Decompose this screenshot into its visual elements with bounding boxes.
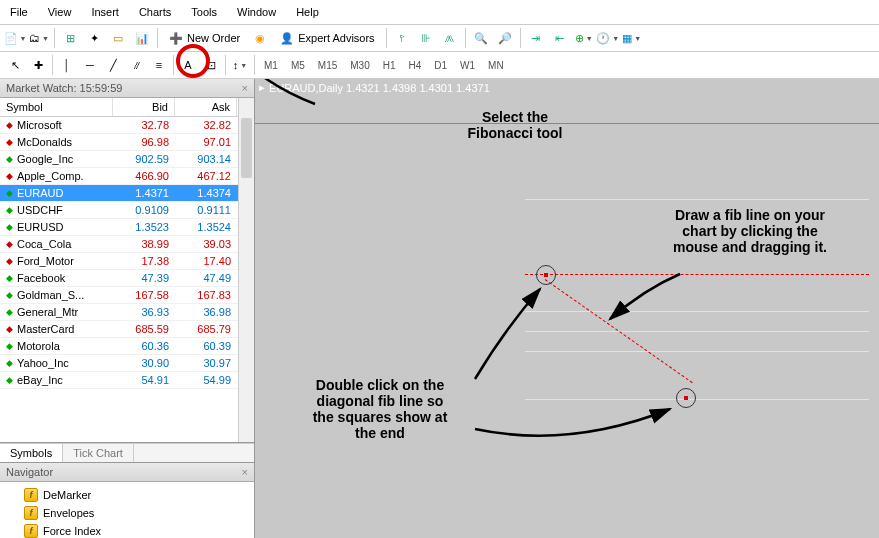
market-watch-row[interactable]: ◆Apple_Comp.466.90467.12 [0, 168, 254, 185]
separator [52, 55, 53, 75]
terminal-toggle[interactable]: ▭ [107, 27, 129, 49]
channel-button[interactable]: ⫽ [125, 54, 147, 76]
line-chart-button[interactable]: ⩕ [439, 27, 461, 49]
separator [254, 55, 255, 75]
timeframe-w1[interactable]: W1 [454, 57, 481, 74]
market-watch-row[interactable]: ◆Microsoft32.7832.82 [0, 117, 254, 134]
profiles-button[interactable]: 🗂▼ [28, 27, 50, 49]
annotation-draw-line: Draw a fib line on your chart by clickin… [635, 207, 865, 255]
timeframe-m15[interactable]: M15 [312, 57, 343, 74]
text-label-button[interactable]: ⊡ [200, 54, 222, 76]
market-watch-row[interactable]: ◆MasterCard685.59685.79 [0, 321, 254, 338]
market-watch-row[interactable]: ◆EURAUD1.43711.4374 [0, 185, 254, 202]
col-ask[interactable]: Ask [175, 98, 237, 116]
indicators-button[interactable]: ⊕▼ [573, 27, 595, 49]
timeframe-h4[interactable]: H4 [403, 57, 428, 74]
market-watch-row[interactable]: ◆Goldman_S...167.58167.83 [0, 287, 254, 304]
cursor-icon: ↖ [11, 59, 20, 72]
menu-view[interactable]: View [38, 2, 82, 22]
ea-icon: 👤 [280, 32, 294, 45]
fib-level-line[interactable] [525, 199, 869, 200]
bar-chart-button[interactable]: ⫯ [391, 27, 413, 49]
symbol-name: Coca_Cola [17, 238, 71, 250]
navigator-close[interactable]: × [242, 466, 248, 478]
arrow-up-icon: ◆ [6, 205, 13, 215]
arrow-up-icon: ◆ [6, 290, 13, 300]
timeframe-m5[interactable]: M5 [285, 57, 311, 74]
market-watch-row[interactable]: ◆EURUSD1.35231.3524 [0, 219, 254, 236]
market-watch-scrollbar[interactable] [238, 98, 254, 442]
text-button[interactable]: A [177, 54, 199, 76]
fib-level-line[interactable] [525, 274, 869, 275]
periods-button[interactable]: 🕐▼ [597, 27, 619, 49]
fibonacci-button[interactable]: ≡ [148, 54, 170, 76]
ask-price: 1.3524 [175, 219, 237, 235]
market-watch-row[interactable]: ◆Motorola60.3660.39 [0, 338, 254, 355]
market-watch-row[interactable]: ◆Facebook47.3947.49 [0, 270, 254, 287]
arrow-down-icon: ◆ [6, 324, 13, 334]
market-watch-title: Market Watch: 15:59:59 [6, 82, 122, 94]
timeframe-m1[interactable]: M1 [258, 57, 284, 74]
timeframe-mn[interactable]: MN [482, 57, 510, 74]
col-bid[interactable]: Bid [113, 98, 175, 116]
market-watch-row[interactable]: ◆Google_Inc902.59903.14 [0, 151, 254, 168]
bid-price: 36.93 [113, 304, 175, 320]
market-watch-row[interactable]: ◆Coca_Cola38.9939.03 [0, 236, 254, 253]
vertical-line-button[interactable]: │ [56, 54, 78, 76]
cursor-button[interactable]: ↖ [4, 54, 26, 76]
ask-price: 36.98 [175, 304, 237, 320]
market-watch-row[interactable]: ◆eBay_Inc54.9154.99 [0, 372, 254, 389]
terminal-icon: ▭ [113, 32, 123, 45]
chart-area[interactable]: ▸ EURAUD,Daily 1.4321 1.4398 1.4301 1.43… [255, 79, 879, 538]
market-watch-row[interactable]: ◆USDCHF0.91090.9111 [0, 202, 254, 219]
nav-item-envelopes[interactable]: fEnvelopes [24, 504, 254, 522]
ask-price: 54.99 [175, 372, 237, 388]
symbol-name: Microsoft [17, 119, 62, 131]
market-watch-close[interactable]: × [242, 82, 248, 94]
menu-help[interactable]: Help [286, 2, 329, 22]
trendline-button[interactable]: ╱ [102, 54, 124, 76]
arrow-up-icon: ◆ [6, 188, 13, 198]
zoom-out-button[interactable]: 🔎 [494, 27, 516, 49]
fib-level-line[interactable] [525, 311, 869, 312]
fib-level-line[interactable] [525, 331, 869, 332]
timeframe-m30[interactable]: M30 [344, 57, 375, 74]
arrows-button[interactable]: ↕▼ [229, 54, 251, 76]
templates-button[interactable]: ▦▼ [621, 27, 643, 49]
bid-price: 167.58 [113, 287, 175, 303]
menu-insert[interactable]: Insert [81, 2, 129, 22]
tab-tick-chart[interactable]: Tick Chart [63, 444, 134, 462]
market-watch-row[interactable]: ◆Yahoo_Inc30.9030.97 [0, 355, 254, 372]
navigator-toggle[interactable]: ✦ [83, 27, 105, 49]
market-watch-row[interactable]: ◆McDonalds96.9897.01 [0, 134, 254, 151]
tab-symbols[interactable]: Symbols [0, 444, 63, 462]
market-watch-toggle[interactable]: ⊞ [59, 27, 81, 49]
tester-toggle[interactable]: 📊 [131, 27, 153, 49]
arrow-down-icon: ◆ [6, 239, 13, 249]
new-chart-button[interactable]: 📄▼ [4, 27, 26, 49]
menu-charts[interactable]: Charts [129, 2, 181, 22]
nav-item-force-index[interactable]: fForce Index [24, 522, 254, 538]
metaquotes-button[interactable]: ◉ [249, 27, 271, 49]
timeframe-h1[interactable]: H1 [377, 57, 402, 74]
autoscroll-button[interactable]: ⇥ [525, 27, 547, 49]
menu-tools[interactable]: Tools [181, 2, 227, 22]
fib-level-line[interactable] [525, 351, 869, 352]
timeframe-d1[interactable]: D1 [428, 57, 453, 74]
ask-price: 167.83 [175, 287, 237, 303]
col-symbol[interactable]: Symbol [0, 98, 113, 116]
market-watch-row[interactable]: ◆General_Mtr36.9336.98 [0, 304, 254, 321]
zoom-in-button[interactable]: 🔍 [470, 27, 492, 49]
horizontal-line-button[interactable]: ─ [79, 54, 101, 76]
zoom-in-icon: 🔍 [474, 32, 488, 45]
chart-shift-button[interactable]: ⇤ [549, 27, 571, 49]
crosshair-button[interactable]: ✚ [27, 54, 49, 76]
menu-file[interactable]: File [0, 2, 38, 22]
nav-item-demarker[interactable]: fDeMarker [24, 486, 254, 504]
market-watch-row[interactable]: ◆Ford_Motor17.3817.40 [0, 253, 254, 270]
arrow-to-start-handle [465, 279, 555, 389]
expert-advisors-button[interactable]: 👤Expert Advisors [273, 27, 381, 49]
candle-chart-button[interactable]: ⊪ [415, 27, 437, 49]
menu-window[interactable]: Window [227, 2, 286, 22]
new-order-button[interactable]: ➕New Order [162, 27, 247, 49]
